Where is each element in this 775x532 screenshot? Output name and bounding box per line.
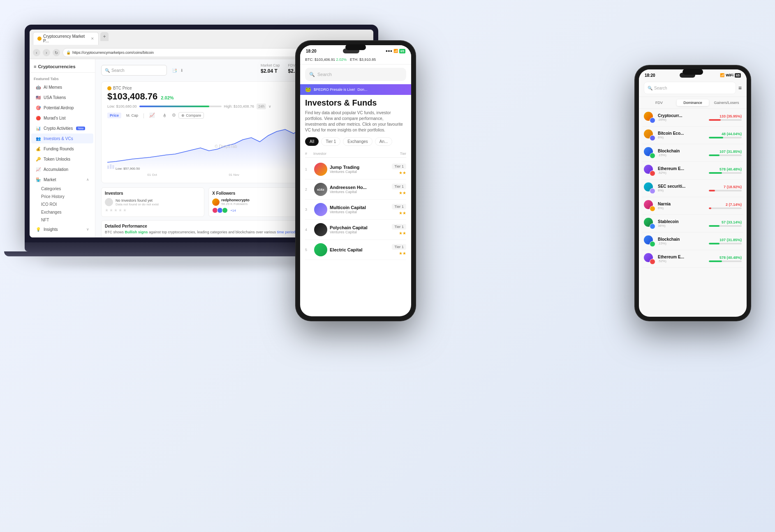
phone2-device: 18:20 📶 WiFi 65 🔍 Search ≡ FDV Domi — [635, 66, 750, 320]
phone1-search[interactable]: 🔍 Search — [305, 68, 406, 81]
coin-change-7: 57 (33.14%) — [709, 220, 742, 224]
coin-sub-avatar — [650, 206, 655, 212]
phone1-screen: 18:20 ●●● 📶 65 BTC: $103,406.91 2.02% ET… — [300, 45, 411, 316]
coin-name-3: Blockchain — [658, 149, 706, 153]
coin-change-2: 48 (44.04%) — [709, 132, 742, 136]
sidebar-logo: ≡ Cryptocurrencies — [30, 62, 95, 73]
sidebar-item-insights[interactable]: 💡 Insights ∨ — [31, 224, 93, 234]
sidebar-item-airdrop[interactable]: 🎯 Potential Airdrop — [31, 103, 93, 113]
coin-row-cryptocurr[interactable]: Cryptocurr... .05%) 133 (35.95%) — [642, 109, 743, 127]
chart-tab-candle-icon[interactable]: 🕯 — [160, 112, 169, 119]
sidebar-sub-nft[interactable]: NFT — [30, 216, 95, 224]
phone1-tab-tier1[interactable]: Tier 1 — [321, 137, 340, 146]
coin-row-blockchain[interactable]: Blockchain .15%) 107 (31.85%) — [642, 144, 743, 162]
col-investor-header: Investor — [313, 152, 382, 156]
phone2-tab-gainers[interactable]: Gainers/Losers — [710, 99, 743, 106]
chart-tab-price[interactable]: Price — [107, 113, 121, 118]
sidebar-item-murad[interactable]: 🔴 Murad's List — [31, 113, 93, 123]
phone1-tab-other[interactable]: An... — [375, 137, 393, 146]
phone1-tab-all[interactable]: All — [305, 137, 319, 146]
col-hash: # — [305, 152, 313, 156]
coin-bar-fill-1 — [709, 119, 721, 121]
investor-type-2: Ventures Capital — [330, 190, 389, 194]
sidebar-item-market[interactable]: 🏪 Market ∧ — [31, 175, 93, 184]
new-tab-button[interactable]: + — [100, 32, 109, 41]
back-button[interactable]: ‹ — [33, 49, 40, 56]
phone1-tab-exchanges[interactable]: Exchanges — [343, 137, 372, 146]
coin-info-5: SEC securiti... 8%) — [658, 184, 706, 192]
settings-icon[interactable]: ⚙ — [172, 113, 176, 118]
investor-row-2[interactable]: 2 a16z Andreessen Ho... Ventures Capital… — [305, 180, 406, 200]
coin-row-blockchain2[interactable]: Blockchain .15%) 107 (31.85%) — [642, 233, 743, 250]
coin-bar-1: 133 (35.95%) — [709, 114, 742, 121]
chart-tab-sep1: | — [143, 113, 144, 118]
btc-range-fill — [139, 106, 209, 107]
sidebar-item-watchlist[interactable]: ⭐ Watchlist — [31, 235, 93, 237]
phone2-signal-icon: 📶 — [720, 73, 724, 77]
phone2-tab-dominance[interactable]: Dominance — [677, 99, 709, 106]
sidebar-sub-exchanges[interactable]: Exchanges — [30, 208, 95, 216]
coin-avatar-eth-e2 — [644, 253, 655, 265]
refresh-button[interactable]: ↻ — [53, 49, 60, 56]
phone2-time: 18:20 — [645, 73, 655, 78]
coin-row-ethereum-e[interactable]: Ethereum E... .52%) 578 (40.48%) — [642, 162, 743, 180]
forward-button[interactable]: › — [43, 49, 50, 56]
sidebar-item-investors[interactable]: 👥 Investors & VCs — [31, 134, 93, 143]
coin-avatar-blockchain — [644, 147, 655, 159]
sidebar-item-accumulation[interactable]: 📈 Accumulation — [31, 164, 93, 174]
sidebar-item-funding[interactable]: 💰 Funding Rounds — [31, 144, 93, 154]
investors-empty-state: No Investors found yet Data not found or… — [105, 198, 201, 206]
coin-row-sec[interactable]: SEC securiti... 8%) 7 (18.92%) — [642, 180, 743, 197]
phone2-tab-fdv[interactable]: FDV — [643, 99, 675, 106]
phone2-search-bar[interactable]: 🔍 Search — [644, 82, 736, 94]
coin-change-8: 107 (31.85%) — [709, 238, 742, 242]
new-badge: New — [76, 127, 85, 130]
coin-meta-5: 8%) — [658, 189, 706, 192]
chart-tab-chart-icon[interactable]: 📈 — [147, 112, 157, 119]
browser-tab-active[interactable]: Cryptocurrency Market P... ✕ — [33, 32, 99, 45]
chart-watermark: © DropsTab — [215, 144, 237, 149]
investor-row-1[interactable]: 1 Jump Trading Ventures Capital Tier 1 ★… — [305, 159, 406, 180]
coin-row-narnia[interactable]: Narnia 6%) 2 (7.14%) — [642, 197, 743, 215]
coin-row-ethereum-e2[interactable]: Ethereum E... .52%) 578 (40.48%) — [642, 250, 743, 268]
chart-tab-mcap[interactable]: M. Cap — [124, 113, 141, 118]
sidebar-sub-ico-roi[interactable]: ICO ROI — [30, 200, 95, 208]
market-icon: 🏪 — [35, 177, 41, 182]
sidebar-sub-price-history[interactable]: Price History — [30, 193, 95, 200]
investor-row-4[interactable]: 4 Polychain Capital Ventures Capital Tie… — [305, 220, 406, 240]
compare-button[interactable]: ⊕ Compare — [178, 112, 204, 119]
coin-change-9: 578 (40.48%) — [709, 256, 742, 260]
compare-icon: ⊕ — [181, 113, 185, 117]
coin-row-stablecoin[interactable]: Stablecoin 36%) 57 (33.14%) — [642, 215, 743, 233]
sidebar-item-token-unlocks[interactable]: 🔑 Token Unlocks — [31, 154, 93, 164]
sidebar-item-usa-tokens[interactable]: 🇺🇸 USA Tokens — [31, 92, 93, 102]
investor-type-3: Ventures Capital — [330, 210, 389, 214]
investor-row-5[interactable]: 5 Electric Capital Tier 1 ★★ — [305, 240, 406, 260]
coin-name-2: Bitcoin Eco... — [658, 131, 706, 136]
investor-tier-col-2: Tier 1 ★★ — [392, 184, 406, 195]
coin-row-bitcoin-eco[interactable]: Bitcoin Eco... 6%) 48 (44.04%) — [642, 127, 743, 144]
sidebar-item-ai-memes[interactable]: 🤖 AI Memes — [31, 82, 93, 92]
watchlist-icon: ⭐ — [35, 237, 41, 237]
main-search-bar[interactable]: 🔍 Search — [101, 65, 167, 76]
coin-meta-1: .05%) — [658, 118, 706, 122]
coin-change-5: 7 (18.92%) — [709, 185, 742, 189]
investor-row-3[interactable]: 3 Multicoin Capital Ventures Capital Tie… — [305, 200, 406, 220]
coin-sub-avatar — [650, 259, 655, 265]
investor-num-3: 3 — [305, 207, 312, 212]
tier-badge-1: Tier 1 — [392, 164, 406, 169]
tier-stars-1: ★★ — [399, 170, 406, 175]
xfollower-info: redphonecrypto 56.29 K Followers — [221, 198, 250, 206]
coin-info-1: Cryptocurr... .05%) — [658, 113, 706, 122]
coin-bar-4: 578 (40.48%) — [709, 167, 742, 174]
sidebar-sub-categories[interactable]: Categories — [30, 185, 95, 193]
coin-bar-fill-9 — [709, 260, 722, 262]
coin-meta-7: 36%) — [658, 224, 706, 228]
svg-rect-1 — [110, 164, 111, 169]
url-text: https://cryptocurrencymarketpro.com/coin… — [72, 51, 154, 55]
sidebar-item-crypto-activities[interactable]: 📊 Crypto Activities New — [31, 123, 93, 133]
coin-bar-fill-7 — [709, 225, 719, 227]
phone2-hamburger-icon[interactable]: ≡ — [738, 85, 742, 91]
perf-col-24h: 24h — [206, 237, 243, 237]
coin-bar-wrap-3 — [709, 154, 742, 156]
